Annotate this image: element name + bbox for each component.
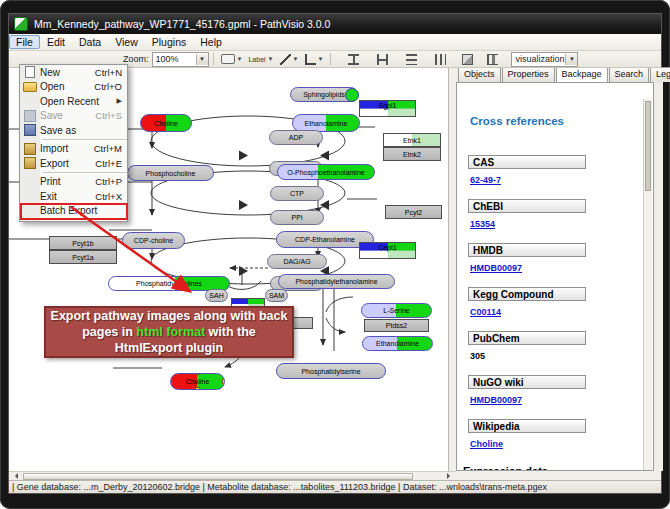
node-label: L-Serine <box>383 307 409 314</box>
metabolite-node-choline-top[interactable]: Choline <box>140 114 192 132</box>
menu-item-open-recent[interactable]: Open Recent▶ <box>20 94 127 109</box>
ref-value-wikipedia[interactable]: Choline <box>470 439 503 449</box>
toolbar-separator <box>213 53 214 65</box>
draw-connector-button[interactable]: ▼ <box>304 53 325 66</box>
chevron-down-icon[interactable]: ▼ <box>318 56 324 62</box>
menu-item-print[interactable]: PrintCtrl+P <box>20 175 127 190</box>
distribute-vertical-button[interactable] <box>434 53 447 66</box>
batch-export-highlight-box <box>20 203 128 220</box>
gene-node-pcyt1b[interactable]: Pcyt1b <box>49 236 117 250</box>
tab-search[interactable]: Search <box>609 67 650 82</box>
chevron-down-icon[interactable]: ▼ <box>293 56 299 62</box>
node-label: Cept1 <box>378 244 397 251</box>
zoom-value: 100% <box>156 54 179 64</box>
ref-value-nugo-wiki[interactable]: HMDB00097 <box>470 395 522 405</box>
ref-value-pubchem: 305 <box>470 351 485 361</box>
chevron-down-icon[interactable]: ▼ <box>196 54 208 65</box>
gene-node-etnk2[interactable]: Etnk2 <box>383 147 441 161</box>
ref-section-chebi: ChEBI <box>468 199 586 213</box>
menubar-item-view[interactable]: View <box>108 35 145 49</box>
align-center-icon <box>348 54 359 65</box>
metabolite-node-cdp-choline[interactable]: CDP-choline <box>122 232 185 249</box>
metabolite-node-adp[interactable]: ADP <box>269 130 323 145</box>
scrollbar-thumb[interactable] <box>645 101 651 191</box>
menubar-item-edit[interactable]: Edit <box>40 35 72 49</box>
metabolite-node-sah[interactable]: SAH <box>205 289 228 302</box>
metabolite-node-choline-selected[interactable]: Choline <box>170 373 225 390</box>
chevron-down-icon[interactable]: ▼ <box>268 56 274 62</box>
add-label-button[interactable]: Label▼ <box>247 55 274 64</box>
menu-shortcut: Ctrl+M <box>94 143 127 154</box>
gene-node-pcyt1a[interactable]: Pcyt1a <box>49 250 117 264</box>
ref-value-kegg-compound[interactable]: C00114 <box>470 307 501 317</box>
menu-item-open[interactable]: OpenCtrl+O <box>20 80 127 95</box>
metabolite-node-metabolite-dot-1[interactable] <box>345 88 359 102</box>
selection-handle[interactable] <box>195 373 200 375</box>
zoom-combobox[interactable]: 100% ▼ <box>152 52 209 67</box>
common-size-button[interactable] <box>461 53 474 66</box>
ref-value-cas[interactable]: 62-49-7 <box>470 175 501 185</box>
chevron-down-icon[interactable]: ▼ <box>565 54 577 65</box>
selection-handle[interactable] <box>222 379 225 384</box>
menubar-item-help[interactable]: Help <box>193 35 229 49</box>
visualization-combobox[interactable]: visualization ▼ <box>511 52 578 67</box>
group-button[interactable] <box>486 53 499 66</box>
tab-objects[interactable]: Objects <box>458 67 501 82</box>
ref-value-hmdb[interactable]: HMDB00097 <box>470 263 522 273</box>
distribute-horizontal-button[interactable] <box>405 53 418 66</box>
title-bar[interactable]: Mm_Kennedy_pathway_WP1771_45176.gpml - P… <box>9 14 661 34</box>
expression-data-heading: Expression data <box>463 465 548 471</box>
metabolite-node-ctp[interactable]: CTP <box>270 186 324 201</box>
metabolite-node-ppi[interactable]: PPi <box>270 210 324 225</box>
scrollbar-thumb[interactable] <box>23 473 413 480</box>
menubar-item-file[interactable]: File <box>9 35 40 49</box>
scroll-right-icon[interactable] <box>447 473 453 479</box>
align-middle-button[interactable] <box>376 53 389 66</box>
node-label: SAM <box>269 292 284 299</box>
annotation-callout: Export pathway images along with back pa… <box>44 306 294 358</box>
selection-handle[interactable] <box>195 387 200 390</box>
chevron-down-icon[interactable]: ▼ <box>237 56 243 62</box>
metabolite-node-l-serine[interactable]: L-Serine <box>361 303 432 318</box>
metabolite-node-phosphatidylethanolamine[interactable]: Phosphatidylethanolamine <box>278 274 395 289</box>
menu-item-label: Open Recent <box>40 96 99 107</box>
gene-node-ptdss2[interactable]: Ptdss2 <box>364 319 429 332</box>
scroll-left-icon[interactable] <box>12 473 18 479</box>
panel-scrollbar[interactable] <box>643 99 652 471</box>
metabolite-node-o-phosphoethanolamine[interactable]: O-Phosphoethanolamine <box>277 164 375 180</box>
menubar-item-data[interactable]: Data <box>72 35 108 49</box>
metabolite-node-ethanolamine-right[interactable]: Ethanolamine <box>362 336 433 351</box>
metabolite-node-sam[interactable]: SAM <box>265 289 288 302</box>
gene-node-sgpl1[interactable]: Sgpl1 <box>359 100 416 117</box>
zoom-label: Zoom: <box>123 54 149 64</box>
export-icon <box>20 157 40 169</box>
gene-node-cept1[interactable]: Cept1 <box>359 242 416 259</box>
metabolite-node-dag-ag[interactable]: DAG/AG <box>267 254 327 269</box>
node-label: PPi <box>292 214 303 221</box>
menu-item-save[interactable]: SaveCtrl+S <box>20 109 127 124</box>
menu-item-label: Import <box>40 143 68 154</box>
tab-legend[interactable]: Legend <box>650 67 670 82</box>
draw-line-button[interactable]: ▼ <box>279 53 300 66</box>
gene-node-pcyt2[interactable]: Pcyt2 <box>385 205 442 219</box>
add-datanode-button[interactable]: ▼ <box>220 53 244 65</box>
toolbar-separator <box>330 53 331 65</box>
menu-item-save-as[interactable]: Save as <box>20 123 127 138</box>
menu-item-import[interactable]: ImportCtrl+M <box>20 142 127 157</box>
metabolite-node-phosphocholine[interactable]: Phosphocholine <box>127 165 214 181</box>
node-label: Choline <box>154 120 178 127</box>
selection-handle[interactable] <box>170 379 172 384</box>
tab-properties[interactable]: Properties <box>502 67 555 82</box>
menubar-item-plugins[interactable]: Plugins <box>145 35 193 49</box>
gene-node-etnk1[interactable]: Etnk1 <box>383 133 441 147</box>
menu-item-label: Print <box>40 176 61 187</box>
menu-item-new[interactable]: NewCtrl+N <box>20 65 127 80</box>
menu-item-export[interactable]: ExportCtrl+E <box>20 156 127 171</box>
window-title: Mm_Kennedy_pathway_WP1771_45176.gpml - P… <box>34 18 330 30</box>
metabolite-node-phosphatidylserine[interactable]: Phosphatidylserine <box>276 363 386 379</box>
gene-node-gene-fragment[interactable] <box>293 317 313 329</box>
align-center-button[interactable] <box>347 53 360 66</box>
screenshot-frame: Mm_Kennedy_pathway_WP1771_45176.gpml - P… <box>0 0 670 509</box>
ref-value-chebi[interactable]: 15354 <box>470 219 495 229</box>
menu-item-exit[interactable]: ExitCtrl+X <box>20 189 127 204</box>
